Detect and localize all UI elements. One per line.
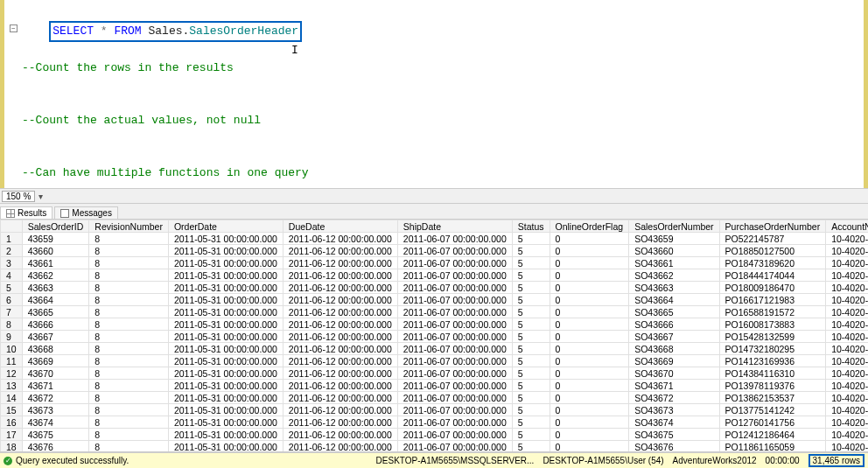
cell[interactable]: 2011-06-07 00:00:00.000 xyxy=(397,392,512,404)
column-header[interactable]: AccountNumber xyxy=(826,220,868,233)
cell[interactable]: SO43675 xyxy=(629,429,719,441)
cell[interactable]: PO16588191572 xyxy=(719,306,826,318)
cell[interactable]: 2011-05-31 00:00:00.000 xyxy=(168,380,283,392)
cell[interactable]: 2011-06-07 00:00:00.000 xyxy=(397,245,512,257)
cell[interactable]: 5 xyxy=(512,429,550,441)
cell[interactable]: 0 xyxy=(550,282,629,294)
cell[interactable]: SO43670 xyxy=(629,367,719,380)
cell[interactable]: 0 xyxy=(550,404,629,416)
cell[interactable]: 2011-05-31 00:00:00.000 xyxy=(168,233,283,245)
column-header[interactable]: DueDate xyxy=(283,220,397,233)
cell[interactable]: 43672 xyxy=(22,392,89,404)
cell[interactable]: 10-4020-000200 xyxy=(826,380,868,392)
cell[interactable]: 2011-06-12 00:00:00.000 xyxy=(283,245,397,257)
zoom-level-select[interactable]: 150 % xyxy=(2,191,35,202)
cell[interactable]: 10-4020-000514 xyxy=(826,343,868,355)
cell[interactable]: 0 xyxy=(550,380,629,392)
column-header[interactable]: OrderDate xyxy=(168,220,283,233)
cell[interactable]: 10-4020-000146 xyxy=(826,306,868,318)
cell[interactable]: 43661 xyxy=(22,257,89,269)
cell[interactable]: 5 xyxy=(512,233,550,245)
cell[interactable]: SO43668 xyxy=(629,343,719,355)
cell[interactable]: 2011-05-31 00:00:00.000 xyxy=(168,282,283,294)
cell[interactable]: 2011-06-12 00:00:00.000 xyxy=(283,233,397,245)
cell[interactable]: 43676 xyxy=(22,441,89,453)
cell[interactable]: 2011-06-12 00:00:00.000 xyxy=(283,441,397,453)
cell[interactable]: 0 xyxy=(550,233,629,245)
cell[interactable]: 8 xyxy=(89,416,169,429)
cell[interactable]: PO11861165059 xyxy=(719,441,826,453)
row-number[interactable]: 13 xyxy=(1,380,23,392)
table-row[interactable]: 144367282011-05-31 00:00:00.0002011-06-1… xyxy=(1,392,869,404)
cell[interactable]: 2011-06-12 00:00:00.000 xyxy=(283,392,397,404)
cell[interactable]: SO43676 xyxy=(629,441,719,453)
cell[interactable]: 10-4020-000646 xyxy=(826,331,868,343)
cell[interactable]: 0 xyxy=(550,355,629,367)
table-row[interactable]: 184367682011-05-31 00:00:00.0002011-06-1… xyxy=(1,441,869,453)
cell[interactable]: 8 xyxy=(89,294,169,306)
cell[interactable]: 10-4020-000442 xyxy=(826,257,868,269)
cell[interactable]: 2011-06-12 00:00:00.000 xyxy=(283,343,397,355)
cell[interactable]: 2011-05-31 00:00:00.000 xyxy=(168,416,283,429)
cell[interactable]: 5 xyxy=(512,380,550,392)
row-number[interactable]: 5 xyxy=(1,282,23,294)
table-row[interactable]: 64366482011-05-31 00:00:00.0002011-06-12… xyxy=(1,294,869,306)
cell[interactable]: 2011-05-31 00:00:00.000 xyxy=(168,331,283,343)
cell[interactable]: 2011-06-07 00:00:00.000 xyxy=(397,416,512,429)
cell[interactable]: 2011-05-31 00:00:00.000 xyxy=(168,441,283,453)
cell[interactable]: 5 xyxy=(512,269,550,282)
column-header[interactable]: PurchaseOrderNumber xyxy=(719,220,826,233)
cell[interactable]: SO43659 xyxy=(629,233,719,245)
cell[interactable]: 0 xyxy=(550,343,629,355)
cell[interactable]: 10-4020-000397 xyxy=(826,294,868,306)
cell[interactable]: 2011-06-12 00:00:00.000 xyxy=(283,282,397,294)
cell[interactable]: SO43665 xyxy=(629,306,719,318)
cell[interactable]: 10-4020-000511 xyxy=(826,318,868,331)
cell[interactable]: PO16617121983 xyxy=(719,294,826,306)
cell[interactable]: PO12760141756 xyxy=(719,416,826,429)
cell[interactable]: 5 xyxy=(512,367,550,380)
cell[interactable]: 43662 xyxy=(22,269,89,282)
cell[interactable]: 2011-06-12 00:00:00.000 xyxy=(283,429,397,441)
cell[interactable]: 5 xyxy=(512,245,550,257)
cell[interactable]: 2011-05-31 00:00:00.000 xyxy=(168,429,283,441)
row-number[interactable]: 16 xyxy=(1,416,23,429)
cell[interactable]: 0 xyxy=(550,306,629,318)
cell[interactable]: 43664 xyxy=(22,294,89,306)
cell[interactable]: 2011-06-07 00:00:00.000 xyxy=(397,404,512,416)
cell[interactable]: 43669 xyxy=(22,355,89,367)
cell[interactable]: 2011-06-12 00:00:00.000 xyxy=(283,257,397,269)
cell[interactable]: 10-4020-000676 xyxy=(826,233,868,245)
cell[interactable]: SO43672 xyxy=(629,392,719,404)
cell[interactable]: SO43674 xyxy=(629,416,719,429)
cell[interactable]: 43671 xyxy=(22,380,89,392)
cell[interactable]: 43667 xyxy=(22,331,89,343)
cell[interactable]: 8 xyxy=(89,269,169,282)
cell[interactable]: 8 xyxy=(89,306,169,318)
cell[interactable]: 0 xyxy=(550,257,629,269)
cell[interactable]: 8 xyxy=(89,282,169,294)
column-header[interactable]: SalesOrderNumber xyxy=(629,220,719,233)
tab-results[interactable]: Results xyxy=(0,206,52,219)
cell[interactable]: 10-4020-000670 xyxy=(826,429,868,441)
cell[interactable]: 5 xyxy=(512,404,550,416)
cell[interactable]: 5 xyxy=(512,257,550,269)
table-row[interactable]: 34366182011-05-31 00:00:00.0002011-06-12… xyxy=(1,257,869,269)
row-number[interactable]: 2 xyxy=(1,245,23,257)
table-row[interactable]: 94366782011-05-31 00:00:00.0002011-06-12… xyxy=(1,331,869,343)
table-row[interactable]: 164367482011-05-31 00:00:00.0002011-06-1… xyxy=(1,416,869,429)
table-row[interactable]: 154367382011-05-31 00:00:00.0002011-06-1… xyxy=(1,404,869,416)
cell[interactable]: 43674 xyxy=(22,416,89,429)
row-number[interactable]: 7 xyxy=(1,306,23,318)
cell[interactable]: 43673 xyxy=(22,404,89,416)
cell[interactable]: 2011-06-07 00:00:00.000 xyxy=(397,355,512,367)
cell[interactable]: 5 xyxy=(512,355,550,367)
cell[interactable]: 2011-05-31 00:00:00.000 xyxy=(168,392,283,404)
cell[interactable]: 2011-06-12 00:00:00.000 xyxy=(283,331,397,343)
cell[interactable]: 2011-06-07 00:00:00.000 xyxy=(397,233,512,245)
row-number[interactable]: 17 xyxy=(1,429,23,441)
cell[interactable]: PO16008173883 xyxy=(719,318,826,331)
cell[interactable]: 2011-05-31 00:00:00.000 xyxy=(168,306,283,318)
cell[interactable]: 2011-05-31 00:00:00.000 xyxy=(168,367,283,380)
cell[interactable]: 5 xyxy=(512,331,550,343)
